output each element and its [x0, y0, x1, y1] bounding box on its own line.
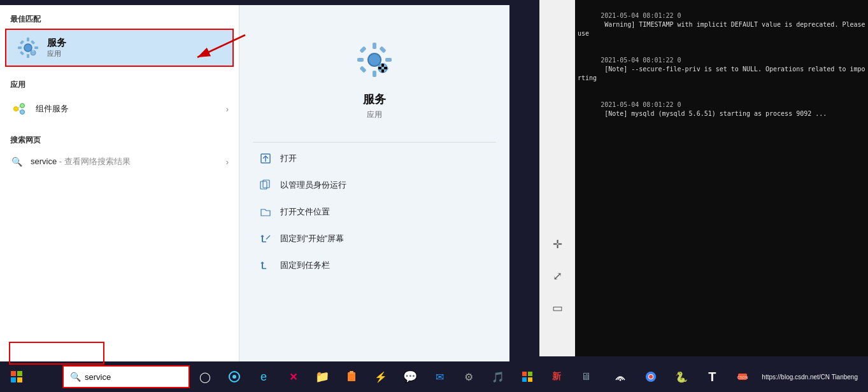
right-app-icon [352, 37, 397, 83]
search-web-item[interactable]: 🔍 service - 查看网络搜索结果 › [0, 150, 239, 174]
best-match-item[interactable]: 服务 应用 [5, 29, 234, 67]
app-item-label: 组件服务 [36, 103, 226, 115]
action-open-location[interactable]: 打开文件位置 [239, 199, 509, 225]
svg-rect-10 [32, 50, 34, 52]
tray-icon-chrome[interactable] [637, 363, 665, 391]
terminal-line: 2021-05-04 08:01:22 0 [Note] --secure-fi… [578, 47, 865, 92]
taskbar-icon-x[interactable]: ✕ [279, 363, 307, 391]
svg-rect-21 [357, 58, 364, 62]
terminal-panel: 2021-05-04 08:01:22 0 Warning] TIMESTAMP… [575, 0, 868, 356]
start-button[interactable] [3, 363, 31, 391]
taskbar-search-box[interactable]: 🔍 [62, 365, 190, 388]
svg-rect-52 [528, 377, 532, 382]
screen-icon[interactable]: ▭ [547, 298, 567, 318]
action-open[interactable]: 打开 [239, 145, 509, 172]
svg-rect-49 [522, 372, 527, 376]
start-menu: 最佳匹配 [0, 5, 509, 361]
search-input[interactable] [85, 372, 174, 382]
svg-rect-44 [17, 377, 22, 382]
start-menu-right: 服务 应用 打开 以管理员身份运行 打开文件位置 [239, 5, 509, 361]
action-open-location-label: 打开文件位置 [280, 206, 330, 218]
pin-taskbar-icon [259, 258, 273, 272]
taskbar-icon-clipboard[interactable] [338, 363, 366, 391]
taskbar-icon-mail[interactable]: ✉ [425, 363, 453, 391]
taskbar-icon-monitor[interactable]: 🖥 [572, 363, 600, 391]
svg-rect-8 [20, 51, 24, 55]
svg-rect-22 [385, 58, 392, 62]
terminal-line: 2021-05-04 08:01:22 0 Warning] TIMESTAMP… [578, 3, 865, 47]
terminal-line: 2021-05-04 08:01:22 0 [Note] mysqld (mys… [578, 92, 865, 127]
search-web-section: 搜索网页 🔍 service - 查看网络搜索结果 › [0, 126, 239, 174]
right-app-sub: 应用 [367, 109, 382, 120]
open-icon [259, 151, 273, 165]
svg-point-18 [368, 53, 381, 66]
svg-point-46 [232, 375, 236, 379]
search-web-label: 搜索网页 [0, 126, 239, 150]
action-pin-taskbar[interactable]: 固定到任务栏 [239, 252, 509, 279]
svg-line-17 [18, 109, 20, 111]
resize-icon[interactable]: ⤢ [547, 266, 567, 286]
apps-section: 应用 组件服务 › [0, 71, 239, 123]
taskbar-icon-folder[interactable]: 📁 [308, 363, 336, 391]
svg-rect-31 [384, 67, 387, 69]
action-open-label: 打开 [280, 153, 297, 164]
best-match-title: 服务 [47, 37, 66, 49]
svg-rect-19 [373, 43, 376, 49]
tray-icon-csdn[interactable]: CSDN [729, 363, 757, 391]
cortana-button[interactable]: ◯ [191, 363, 219, 391]
svg-rect-5 [20, 40, 24, 45]
svg-line-38 [266, 235, 270, 239]
svg-point-14 [20, 104, 25, 108]
svg-point-0 [24, 44, 32, 52]
svg-rect-30 [378, 67, 381, 69]
apps-label: 应用 [0, 71, 239, 94]
component-services-icon [10, 100, 28, 118]
search-web-query: service - 查看网络搜索结果 [31, 156, 131, 167]
svg-rect-42 [17, 371, 22, 376]
taskbar-icon-music[interactable]: 🎵 [484, 363, 512, 391]
services-app-icon [17, 36, 39, 59]
move-icon[interactable]: ✛ [547, 234, 567, 255]
svg-rect-20 [373, 71, 376, 77]
best-match-text: 服务 应用 [47, 37, 66, 59]
svg-rect-26 [359, 66, 366, 73]
action-admin[interactable]: 以管理员身份运行 [239, 172, 509, 199]
taskbar-icon-edge[interactable]: e [250, 363, 278, 391]
svg-point-13 [14, 107, 18, 111]
svg-rect-23 [359, 46, 366, 53]
svg-rect-41 [11, 371, 16, 376]
search-icon: 🔍 [70, 372, 81, 382]
svg-rect-25 [379, 46, 386, 53]
svg-rect-4 [34, 46, 38, 49]
taskbar-icon-settings[interactable]: ⚙ [455, 363, 483, 391]
svg-rect-48 [350, 371, 353, 374]
taskbar-icon-garrys[interactable]: ⚡ [367, 363, 395, 391]
svg-line-16 [18, 106, 20, 108]
taskbar-icon-store[interactable] [513, 363, 541, 391]
svg-rect-51 [522, 377, 527, 382]
action-pin-taskbar-label: 固定到任务栏 [280, 260, 330, 271]
action-pin-start[interactable]: 固定到"开始"屏幕 [239, 225, 509, 252]
action-admin-label: 以管理员身份运行 [280, 179, 346, 191]
taskbar-icon-news[interactable]: 新 [543, 363, 571, 391]
tray-url-text: https://blog.csdn.net/CN Tianbeng [759, 372, 860, 382]
best-match-label: 最佳匹配 [0, 5, 239, 29]
start-menu-left: 最佳匹配 [0, 5, 239, 361]
right-app-title: 服务 [363, 92, 386, 107]
svg-rect-28 [381, 64, 384, 67]
taskbar-icon-wechat[interactable]: 💬 [396, 363, 424, 391]
tray-icon-t[interactable]: T [698, 363, 726, 391]
svg-point-15 [20, 110, 25, 115]
pin-start-icon [259, 232, 273, 246]
svg-rect-7 [31, 40, 35, 45]
svg-text:CSDN: CSDN [737, 375, 748, 379]
tray-icon-network[interactable] [606, 363, 634, 391]
svg-point-56 [649, 375, 653, 379]
svg-rect-29 [381, 69, 384, 73]
right-sidebar: ✛ ⤢ ▭ [539, 0, 575, 356]
app-item-component-services[interactable]: 组件服务 › [0, 94, 239, 123]
tray-icon-snake[interactable]: 🐍 [667, 363, 695, 391]
svg-rect-50 [528, 372, 532, 376]
best-match-sub: 应用 [47, 49, 66, 59]
taskbar-icon-cortana[interactable] [220, 363, 248, 391]
